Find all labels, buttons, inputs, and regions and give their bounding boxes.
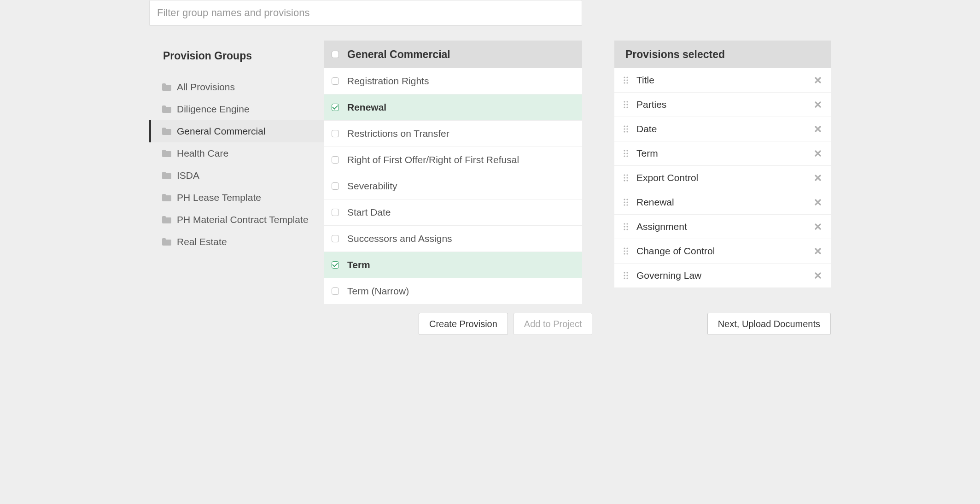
drag-handle-icon[interactable] [624, 198, 628, 206]
provision-checkbox[interactable] [332, 182, 339, 190]
sidebar-group-item[interactable]: All Provisions [149, 76, 324, 98]
svg-point-9 [626, 104, 628, 105]
selected-label: Governing Law [636, 270, 806, 281]
provision-checkbox[interactable] [332, 235, 339, 242]
provision-row[interactable]: Restrictions on Transfer [324, 121, 582, 147]
remove-icon[interactable] [814, 174, 822, 182]
remove-icon[interactable] [814, 125, 822, 133]
sidebar-group-item[interactable]: PH Material Contract Template [149, 209, 324, 231]
provision-checkbox[interactable] [332, 104, 339, 111]
svg-point-39 [626, 226, 628, 227]
add-to-project-button[interactable]: Add to Project [513, 313, 593, 335]
remove-icon[interactable] [814, 247, 822, 255]
sidebar-group-label: PH Lease Template [177, 192, 261, 203]
svg-point-24 [624, 174, 625, 176]
selected-row: Title [614, 68, 831, 93]
provision-checkbox[interactable] [332, 130, 339, 137]
folder-icon [162, 150, 171, 157]
provisions-header: General Commercial [324, 41, 582, 68]
svg-point-7 [626, 101, 628, 102]
sidebar-group-label: Diligence Engine [177, 104, 250, 115]
provision-row[interactable]: Right of First Offer/Right of First Refu… [324, 147, 582, 173]
svg-point-25 [626, 174, 628, 176]
svg-point-15 [626, 128, 628, 129]
svg-point-10 [624, 106, 625, 108]
svg-point-1 [626, 76, 628, 78]
next-upload-documents-button[interactable]: Next, Upload Documents [707, 313, 831, 335]
svg-point-27 [626, 177, 628, 178]
folder-icon [162, 172, 171, 179]
svg-point-14 [624, 128, 625, 129]
provisions-panel: General Commercial Registration RightsRe… [324, 41, 582, 305]
remove-icon[interactable] [814, 76, 822, 84]
svg-point-45 [626, 250, 628, 252]
selected-row: Export Control [614, 166, 831, 190]
provision-row[interactable]: Term (Narrow) [324, 278, 582, 305]
drag-handle-icon[interactable] [624, 271, 628, 280]
provision-checkbox[interactable] [332, 287, 339, 295]
sidebar-group-item[interactable]: ISDA [149, 164, 324, 187]
provision-row[interactable]: Successors and Assigns [324, 226, 582, 252]
provision-checkbox[interactable] [332, 77, 339, 85]
drag-handle-icon[interactable] [624, 100, 628, 109]
selected-row: Assignment [614, 215, 831, 239]
svg-point-41 [626, 229, 628, 230]
sidebar-group-label: General Commercial [177, 126, 266, 137]
remove-icon[interactable] [814, 101, 822, 108]
selected-row: Parties [614, 93, 831, 117]
filter-input[interactable] [149, 0, 582, 26]
svg-point-46 [624, 253, 625, 254]
drag-handle-icon[interactable] [624, 223, 628, 231]
select-all-checkbox[interactable] [332, 51, 339, 58]
sidebar-group-item[interactable]: Diligence Engine [149, 98, 324, 120]
drag-handle-icon[interactable] [624, 76, 628, 84]
svg-point-38 [624, 226, 625, 227]
provision-row[interactable]: Renewal [324, 94, 582, 121]
folder-icon [162, 128, 171, 135]
svg-point-49 [626, 272, 628, 273]
sidebar-group-label: ISDA [177, 170, 199, 181]
svg-point-19 [626, 150, 628, 151]
provision-row[interactable]: Severability [324, 173, 582, 199]
svg-point-22 [624, 155, 625, 157]
svg-point-42 [624, 247, 625, 249]
sidebar-group-item[interactable]: Health Care [149, 142, 324, 164]
provision-label: Right of First Offer/Right of First Refu… [347, 154, 519, 165]
provision-row[interactable]: Term [324, 252, 582, 278]
sidebar-group-item[interactable]: PH Lease Template [149, 187, 324, 209]
provision-label: Start Date [347, 207, 391, 218]
remove-icon[interactable] [814, 199, 822, 206]
svg-point-53 [626, 277, 628, 279]
folder-icon [162, 83, 171, 91]
drag-handle-icon[interactable] [624, 247, 628, 255]
provision-row[interactable]: Start Date [324, 199, 582, 226]
svg-point-12 [624, 125, 625, 127]
selected-row: Term [614, 141, 831, 166]
sidebar-group-label: Health Care [177, 148, 228, 159]
selected-label: Parties [636, 99, 806, 110]
svg-point-0 [624, 76, 625, 78]
remove-icon[interactable] [814, 150, 822, 157]
remove-icon[interactable] [814, 272, 822, 279]
svg-point-40 [624, 229, 625, 230]
remove-icon[interactable] [814, 223, 822, 230]
drag-handle-icon[interactable] [624, 174, 628, 182]
drag-handle-icon[interactable] [624, 149, 628, 158]
folder-icon [162, 194, 171, 201]
selected-panel: Provisions selected TitlePartiesDateTerm… [614, 41, 831, 305]
sidebar-group-item[interactable]: Real Estate [149, 231, 324, 253]
provision-row[interactable]: Registration Rights [324, 68, 582, 94]
sidebar-group-item[interactable]: General Commercial [149, 120, 324, 142]
svg-point-35 [626, 204, 628, 205]
create-provision-button[interactable]: Create Provision [419, 313, 508, 335]
selected-row: Governing Law [614, 264, 831, 288]
provision-checkbox[interactable] [332, 156, 339, 164]
provision-checkbox[interactable] [332, 261, 339, 269]
svg-point-30 [624, 199, 625, 200]
provision-label: Severability [347, 181, 397, 192]
provision-checkbox[interactable] [332, 209, 339, 216]
svg-point-50 [624, 275, 625, 276]
drag-handle-icon[interactable] [624, 125, 628, 133]
svg-point-18 [624, 150, 625, 151]
selected-label: Export Control [636, 172, 806, 183]
